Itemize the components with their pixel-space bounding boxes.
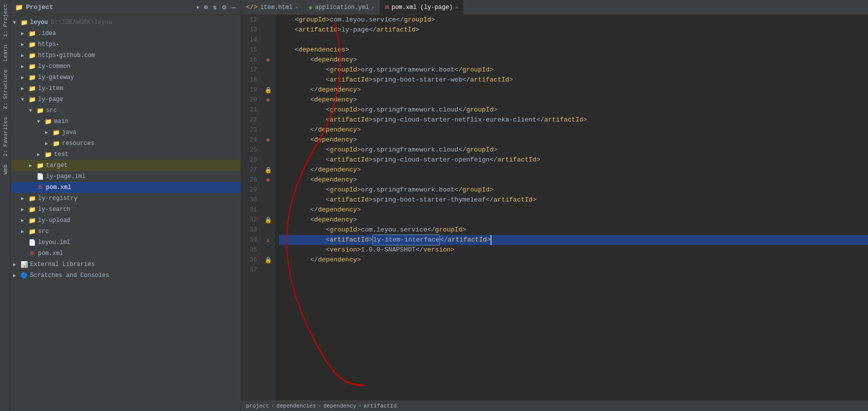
tab-application-yml[interactable]: ◆ application.yml ✕ (304, 0, 380, 14)
project-tree: ▼ 📁 leyou D:\IDEAWORK\leyou ▶ 📁 .idea ▶ … (11, 15, 240, 411)
tree-https-github[interactable]: ▶ 📁 https▪github.com (11, 50, 240, 61)
https-label: https▪ (38, 41, 59, 48)
leyou-iml-icon: 📄 (28, 238, 36, 246)
gutter-35 (261, 245, 275, 255)
gutter: ● 🔒 ● ● 🔒 ● 🔒 ⚠ 🔒 (261, 15, 275, 400)
ly-page-icon: 📁 (28, 96, 36, 104)
ly-item-arrow: ▶ (21, 86, 28, 92)
tree-ly-page[interactable]: ▼ 📁 ly-page (11, 94, 240, 105)
tree-https[interactable]: ▶ 📁 https▪ (11, 39, 240, 50)
breakpoint-24[interactable]: ● (266, 136, 270, 144)
test-icon: 📁 (44, 150, 52, 158)
settings-icon[interactable]: ⚙ (221, 2, 227, 12)
code-line-33: <groupId>com.leyou.service</groupId> (279, 225, 868, 235)
code-line-17: <groupId>org.springframework.boot</group… (279, 65, 868, 75)
tree-external-libs[interactable]: ▶ 📊 External Libraries (11, 259, 240, 270)
editor-area: </> item.html ✕ ◆ application.yml ✕ m po… (241, 0, 868, 411)
vtab-learn[interactable]: Learn (2, 41, 10, 66)
code-editor[interactable]: <groupId>com.leyou.service</groupId> <ar… (275, 15, 868, 400)
breakpoint-16[interactable]: ● (266, 56, 270, 64)
code-line-24: <dependency> (279, 135, 868, 145)
line-17: 17 (241, 65, 257, 75)
bookmark-36: 🔒 (264, 256, 272, 264)
ly-page-arrow: ▼ (21, 97, 28, 102)
breadcrumb-dependencies[interactable]: dependencies (276, 403, 316, 409)
breadcrumb-project[interactable]: project (246, 403, 269, 409)
gutter-22 (261, 115, 275, 125)
gutter-15 (261, 45, 275, 55)
tree-ly-item[interactable]: ▶ 📁 ly-item (11, 83, 240, 94)
gutter-29 (261, 185, 275, 195)
vtab-favorites[interactable]: 2: Favorites (2, 113, 10, 160)
code-line-37 (279, 265, 868, 275)
tree-idea[interactable]: ▶ 📁 .idea (11, 28, 240, 39)
tree-scratches[interactable]: ▶ 🔵 Scratches and Consoles (11, 270, 240, 281)
tree-ly-common[interactable]: ▶ 📁 ly-common (11, 61, 240, 72)
line-31: 31 (241, 205, 257, 215)
line-25: 25 (241, 145, 257, 155)
warn-34: ⚠ (266, 236, 270, 244)
tree-resources[interactable]: ▶ 📁 resources (11, 138, 240, 149)
target-arrow: ▶ (29, 162, 36, 168)
tree-target[interactable]: ▶ 📁 target (11, 160, 240, 171)
vtab-structure[interactable]: Z: Structure (2, 66, 10, 113)
tab-maven-close[interactable]: ✕ (455, 4, 458, 10)
tab-item-html-label: item.html (260, 4, 292, 11)
code-line-25: <groupId>org.springframework.cloud</grou… (279, 145, 868, 155)
src-root-icon: 📁 (28, 228, 36, 236)
collapse-all-icon[interactable]: ⇅ (212, 2, 218, 12)
tree-src-root[interactable]: ▶ 📁 src (11, 226, 240, 237)
tree-pom-root[interactable]: ▶ m pom.xml (11, 248, 240, 259)
scratches-arrow: ▶ (13, 272, 20, 278)
idea-label: .idea (38, 30, 56, 37)
locate-icon[interactable]: ⊕ (202, 2, 208, 12)
tab-item-html[interactable]: </> item.html ✕ (241, 0, 304, 14)
tree-ly-registry[interactable]: ▶ 📁 ly-registry (11, 193, 240, 204)
tree-test[interactable]: ▶ 📁 test (11, 149, 240, 160)
code-line-13: <artifactId>ly-page</artifactId> (279, 25, 868, 35)
ly-item-label: ly-item (38, 85, 63, 92)
breakpoint-28[interactable]: ● (266, 176, 270, 184)
tree-leyou-iml[interactable]: ▶ 📄 leyou.iml (11, 237, 240, 248)
tab-item-html-close[interactable]: ✕ (295, 4, 298, 10)
src-root-label: src (38, 228, 49, 235)
gutter-26 (261, 155, 275, 165)
tree-ly-gateway[interactable]: ▶ 📁 ly-gateway (11, 72, 240, 83)
vtab-project[interactable]: 1: Project (2, 0, 10, 41)
tab-yml-close[interactable]: ✕ (372, 4, 374, 10)
ly-gateway-icon: 📁 (28, 74, 36, 82)
vtab-web[interactable]: Web (2, 160, 10, 178)
tree-java[interactable]: ▶ 📁 java (11, 127, 240, 138)
resources-arrow: ▶ (45, 140, 52, 146)
src-root-arrow: ▶ (21, 228, 28, 234)
breadcrumb-artifactid[interactable]: artifactId (364, 403, 396, 409)
line-30: 30 (241, 195, 257, 205)
idea-folder-icon: 📁 (28, 30, 36, 38)
minimize-icon[interactable]: — (230, 2, 236, 12)
tree-ly-search[interactable]: ▶ 📁 ly-search (11, 204, 240, 215)
tab-maven-label: pom.xml (ly-page) (392, 4, 452, 11)
gutter-36: 🔒 (261, 255, 275, 265)
tree-pom-ly-page[interactable]: ▶ m pom.xml (11, 182, 240, 193)
gutter-28: ● (261, 175, 275, 185)
breadcrumb-dependency[interactable]: dependency (324, 403, 356, 409)
tab-yml-icon: ◆ (308, 4, 312, 12)
tree-ly-page-iml[interactable]: ▶ 📄 ly-page.iml (11, 171, 240, 182)
breakpoint-20[interactable]: ● (266, 96, 270, 104)
java-label: java (62, 129, 76, 136)
line-22: 22 (241, 115, 257, 125)
line-19: 19 (241, 85, 257, 95)
https-github-label: https▪github.com (38, 52, 95, 59)
leyou-iml-label: leyou.iml (38, 239, 70, 246)
tab-item-html-icon: </> (246, 4, 258, 11)
line-35: 35 (241, 245, 257, 255)
tree-src[interactable]: ▼ 📁 src (11, 105, 240, 116)
tree-root[interactable]: ▼ 📁 leyou D:\IDEAWORK\leyou (11, 17, 240, 28)
tab-pom-xml[interactable]: m pom.xml (ly-page) ✕ (380, 0, 464, 14)
line-13: 13 (241, 25, 257, 35)
tree-main[interactable]: ▼ 📁 main (11, 116, 240, 127)
ly-page-iml-label: ly-page.iml (46, 173, 86, 180)
tree-ly-upload[interactable]: ▶ 📁 ly-upload (11, 215, 240, 226)
code-line-22: <artifactId>spring-cloud-starter-netflix… (279, 115, 868, 125)
gutter-19: 🔒 (261, 85, 275, 95)
